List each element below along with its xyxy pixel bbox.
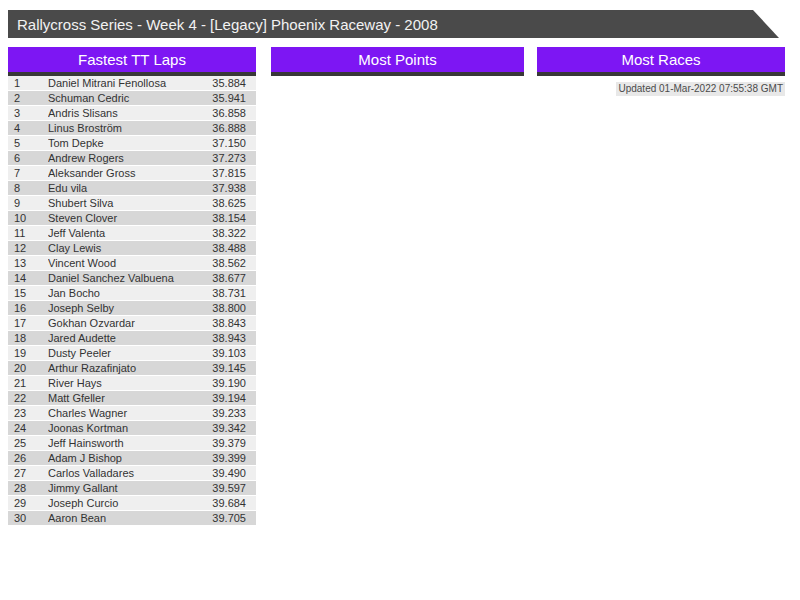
row-name: Aleksander Gross (48, 166, 186, 180)
row-time: 35.884 (186, 76, 256, 90)
row-name: Charles Wagner (48, 406, 186, 420)
row-rank: 12 (8, 241, 48, 255)
table-row: 19 Dusty Peeler 39.103 (8, 346, 256, 361)
row-time: 39.705 (186, 511, 256, 525)
table-row: 28 Jimmy Gallant 39.597 (8, 481, 256, 496)
table-row: 15 Jan Bocho 38.731 (8, 286, 256, 301)
row-time: 39.399 (186, 451, 256, 465)
row-name: Shubert Silva (48, 196, 186, 210)
table-row: 22 Matt Gfeller 39.194 (8, 391, 256, 406)
row-name: Carlos Valladares (48, 466, 186, 480)
row-time: 38.800 (186, 301, 256, 315)
row-rank: 30 (8, 511, 48, 525)
row-time: 38.625 (186, 196, 256, 210)
section-most-points: Most Points (271, 47, 524, 76)
table-row: 23 Charles Wagner 39.233 (8, 406, 256, 421)
most-races-header-shadow (537, 72, 785, 76)
row-name: Gokhan Ozvardar (48, 316, 186, 330)
row-rank: 14 (8, 271, 48, 285)
row-name: Aaron Bean (48, 511, 186, 525)
row-time: 39.379 (186, 436, 256, 450)
row-rank: 9 (8, 196, 48, 210)
row-time: 38.488 (186, 241, 256, 255)
row-rank: 18 (8, 331, 48, 345)
updated-timestamp: Updated 01-Mar-2022 07:55:38 GMT (616, 82, 785, 96)
row-rank: 22 (8, 391, 48, 405)
row-name: Clay Lewis (48, 241, 186, 255)
row-name: Jeff Hainsworth (48, 436, 186, 450)
table-row: 24 Joonas Kortman 39.342 (8, 421, 256, 436)
row-rank: 20 (8, 361, 48, 375)
row-name: Vincent Wood (48, 256, 186, 270)
row-rank: 19 (8, 346, 48, 360)
row-rank: 15 (8, 286, 48, 300)
row-time: 38.677 (186, 271, 256, 285)
row-time: 39.145 (186, 361, 256, 375)
most-races-header: Most Races (537, 47, 785, 72)
row-name: Jeff Valenta (48, 226, 186, 240)
row-rank: 10 (8, 211, 48, 225)
row-name: Jimmy Gallant (48, 481, 186, 495)
table-row: 4 Linus Broström 36.888 (8, 121, 256, 136)
row-name: Jan Bocho (48, 286, 186, 300)
table-row: 17 Gokhan Ozvardar 38.843 (8, 316, 256, 331)
table-row: 10 Steven Clover 38.154 (8, 211, 256, 226)
row-rank: 4 (8, 121, 48, 135)
row-rank: 6 (8, 151, 48, 165)
table-row: 6 Andrew Rogers 37.273 (8, 151, 256, 166)
row-rank: 25 (8, 436, 48, 450)
row-time: 39.490 (186, 466, 256, 480)
table-row: 1 Daniel Mitrani Fenollosa 35.884 (8, 76, 256, 91)
row-rank: 3 (8, 106, 48, 120)
most-points-header: Most Points (271, 47, 524, 72)
table-row: 29 Joseph Curcio 39.684 (8, 496, 256, 511)
row-name: Edu vila (48, 181, 186, 195)
row-name: Andris Slisans (48, 106, 186, 120)
row-name: Jared Audette (48, 331, 186, 345)
table-row: 2 Schuman Cedric 35.941 (8, 91, 256, 106)
row-name: Matt Gfeller (48, 391, 186, 405)
table-row: 7 Aleksander Gross 37.815 (8, 166, 256, 181)
row-time: 39.684 (186, 496, 256, 510)
row-rank: 29 (8, 496, 48, 510)
row-time: 39.190 (186, 376, 256, 390)
row-rank: 27 (8, 466, 48, 480)
row-name: Adam J Bishop (48, 451, 186, 465)
row-name: Joonas Kortman (48, 421, 186, 435)
row-name: Joseph Selby (48, 301, 186, 315)
table-row: 20 Arthur Razafinjato 39.145 (8, 361, 256, 376)
row-name: Daniel Sanchez Valbuena (48, 271, 186, 285)
page-title: Rallycross Series - Week 4 - [Legacy] Ph… (8, 16, 438, 33)
row-time: 36.888 (186, 121, 256, 135)
table-row: 13 Vincent Wood 38.562 (8, 256, 256, 271)
row-name: Arthur Razafinjato (48, 361, 186, 375)
row-rank: 28 (8, 481, 48, 495)
table-row: 5 Tom Depke 37.150 (8, 136, 256, 151)
row-time: 37.150 (186, 136, 256, 150)
row-time: 39.342 (186, 421, 256, 435)
row-rank: 24 (8, 421, 48, 435)
row-time: 37.815 (186, 166, 256, 180)
row-time: 38.843 (186, 316, 256, 330)
row-time: 39.194 (186, 391, 256, 405)
tt-laps-table: 1 Daniel Mitrani Fenollosa 35.884 2 Schu… (8, 76, 256, 526)
row-name: Dusty Peeler (48, 346, 186, 360)
row-time: 38.731 (186, 286, 256, 300)
row-time: 39.233 (186, 406, 256, 420)
table-row: 3 Andris Slisans 36.858 (8, 106, 256, 121)
section-most-races: Most Races Updated 01-Mar-2022 07:55:38 … (537, 47, 785, 96)
table-row: 26 Adam J Bishop 39.399 (8, 451, 256, 466)
row-rank: 17 (8, 316, 48, 330)
row-rank: 11 (8, 226, 48, 240)
most-points-header-shadow (271, 72, 524, 76)
row-time: 39.597 (186, 481, 256, 495)
section-fastest-tt-laps: Fastest TT Laps 1 Daniel Mitrani Fenollo… (8, 47, 256, 526)
row-rank: 8 (8, 181, 48, 195)
row-time: 38.943 (186, 331, 256, 345)
row-time: 38.154 (186, 211, 256, 225)
table-row: 27 Carlos Valladares 39.490 (8, 466, 256, 481)
row-time: 37.938 (186, 181, 256, 195)
table-row: 12 Clay Lewis 38.488 (8, 241, 256, 256)
row-time: 37.273 (186, 151, 256, 165)
table-row: 11 Jeff Valenta 38.322 (8, 226, 256, 241)
